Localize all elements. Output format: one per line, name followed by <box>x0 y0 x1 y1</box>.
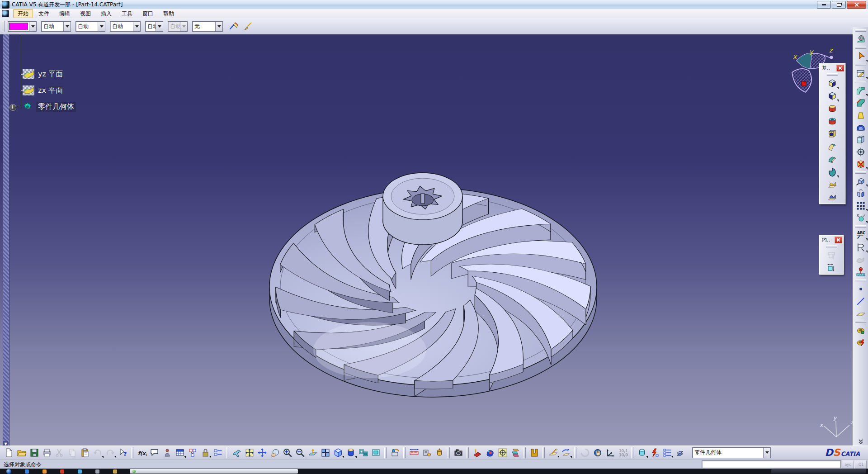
app-3-taskbar-icon[interactable] <box>60 469 64 474</box>
menu-item-5[interactable]: 插入 <box>96 9 116 18</box>
toolbar-grip[interactable] <box>403 447 406 458</box>
apply-material-button[interactable] <box>854 324 868 337</box>
positioned-sketch-button[interactable] <box>560 446 572 459</box>
dropdown-arrow-icon[interactable] <box>342 456 344 458</box>
in-work-object-combo[interactable]: 零件几何体 <box>692 447 771 458</box>
menu-item-2[interactable]: 文件 <box>34 9 54 18</box>
menu-item-4[interactable]: 视图 <box>75 9 95 18</box>
dropdown-arrow-icon[interactable] <box>209 456 211 458</box>
measure-inertia-button[interactable] <box>433 446 445 459</box>
chevron-down-icon[interactable] <box>98 22 105 31</box>
new-document-button[interactable] <box>3 446 15 459</box>
normal-view-button[interactable] <box>307 446 319 459</box>
tree-item-3[interactable]: 零件几何体 <box>23 101 76 113</box>
render-style-button[interactable] <box>344 446 357 459</box>
line-type-combo[interactable]: 自动 <box>41 21 71 32</box>
dropdown-arrow-icon[interactable] <box>866 238 868 241</box>
shell-button[interactable] <box>854 121 868 133</box>
thread-tap-button[interactable] <box>854 146 868 158</box>
system-tray[interactable] <box>771 469 866 474</box>
swap-space-button[interactable] <box>370 446 382 459</box>
sketch-tools-button[interactable] <box>547 446 559 459</box>
select-button[interactable] <box>854 50 868 62</box>
power-input-field[interactable] <box>702 460 841 468</box>
render-mode-combo[interactable]: 自动 <box>145 21 163 32</box>
toolbar-grip[interactable] <box>855 279 866 281</box>
constraints-title[interactable]: 约.. <box>822 237 830 243</box>
shaft-button[interactable] <box>826 102 839 115</box>
comments-button[interactable] <box>148 446 160 459</box>
fill-color-combo[interactable] <box>8 21 37 32</box>
toolbar-grip[interactable] <box>631 447 633 458</box>
extract-solid-button[interactable] <box>528 446 540 459</box>
toolbar-grip[interactable] <box>574 447 576 458</box>
hide-show-button[interactable] <box>357 446 369 459</box>
remove-face-button[interactable] <box>854 158 868 170</box>
status-aux-button-2[interactable]: .Q1 <box>854 460 867 469</box>
knowledge-expert-button[interactable] <box>161 446 173 459</box>
save-button[interactable] <box>28 446 40 459</box>
dropdown-arrow-icon[interactable] <box>837 87 839 89</box>
insert-body-button[interactable] <box>674 446 686 459</box>
manipulation-button[interactable] <box>591 446 604 459</box>
tree-item-2[interactable]: zx 平面 <box>23 85 63 96</box>
chevron-down-icon[interactable] <box>133 22 140 31</box>
tree-item-label[interactable]: 零件几何体 <box>36 102 76 112</box>
app-5-taskbar-icon[interactable] <box>95 469 99 474</box>
menu-item-6[interactable]: 工具 <box>117 9 137 18</box>
tap-analysis-button[interactable] <box>496 446 509 459</box>
minimize-button[interactable] <box>817 1 831 9</box>
line-weight-combo[interactable]: 自动 <box>75 21 105 32</box>
plane-icon[interactable] <box>23 85 34 95</box>
chevron-down-icon[interactable] <box>156 22 163 31</box>
impeller-model[interactable] <box>261 103 605 402</box>
tree-item-label[interactable]: zx 平面 <box>38 86 63 95</box>
toolbar-grip[interactable] <box>855 171 866 174</box>
axis-system-button[interactable] <box>604 446 616 459</box>
zoom-out-button[interactable] <box>294 446 306 459</box>
chevron-down-icon[interactable] <box>215 22 222 31</box>
measure-item-button[interactable] <box>420 446 433 459</box>
dropdown-arrow-icon[interactable] <box>557 456 559 458</box>
removed-loft-button[interactable] <box>826 191 839 204</box>
dropdown-arrow-icon[interactable] <box>184 456 186 458</box>
slot-button[interactable] <box>826 153 839 166</box>
zoom-in-button[interactable] <box>281 446 293 459</box>
chevron-down-icon[interactable] <box>29 22 36 31</box>
dropdown-arrow-icon[interactable] <box>570 456 572 458</box>
dropdown-arrow-icon[interactable] <box>355 456 357 458</box>
viewport-3d[interactable]: ▲ ▼ yz 平面zx 平面零件几何体 x y <box>0 34 868 446</box>
app-4-taskbar-icon[interactable] <box>78 469 82 474</box>
app-2-taskbar-icon[interactable] <box>42 469 47 474</box>
mirror-button[interactable] <box>854 187 868 199</box>
pan-button[interactable] <box>256 446 268 459</box>
translate-button[interactable] <box>854 175 868 187</box>
workbench-gear-button[interactable] <box>854 33 868 45</box>
status-aux-button-1[interactable]: ayc <box>842 460 854 469</box>
dropdown-arrow-icon[interactable] <box>866 251 868 253</box>
toolbar-grip[interactable] <box>524 447 526 458</box>
menu-item-1[interactable]: 开始 <box>13 9 33 18</box>
toolbar-grip[interactable] <box>467 447 469 458</box>
tree-item-1[interactable]: yz 平面 <box>23 68 63 80</box>
chevron-down-icon[interactable] <box>63 22 71 31</box>
plane-icon[interactable] <box>23 69 34 79</box>
point-symbol-combo[interactable]: 自动 <box>110 21 141 32</box>
more-chevron-button[interactable] <box>854 435 868 447</box>
fit-all-in-button[interactable] <box>243 446 255 459</box>
toolbar-grip[interactable] <box>384 447 387 458</box>
macros-button[interactable] <box>212 446 224 459</box>
close-button[interactable] <box>847 1 866 9</box>
active-window-button[interactable] <box>130 469 298 474</box>
painter-button[interactable] <box>227 20 240 33</box>
wizard-button[interactable] <box>242 20 255 33</box>
toolbar-grip[interactable] <box>855 81 866 83</box>
constraints-close-icon[interactable] <box>835 237 842 243</box>
material-catalog-button[interactable] <box>854 337 868 349</box>
dropdown-arrow-icon[interactable] <box>671 456 673 458</box>
dropdown-arrow-icon[interactable] <box>646 456 648 458</box>
hole-button[interactable] <box>826 128 839 140</box>
app-6-taskbar-icon[interactable] <box>113 469 117 474</box>
groove-button[interactable] <box>826 115 839 128</box>
tree-expander-plus-icon[interactable] <box>9 104 16 111</box>
